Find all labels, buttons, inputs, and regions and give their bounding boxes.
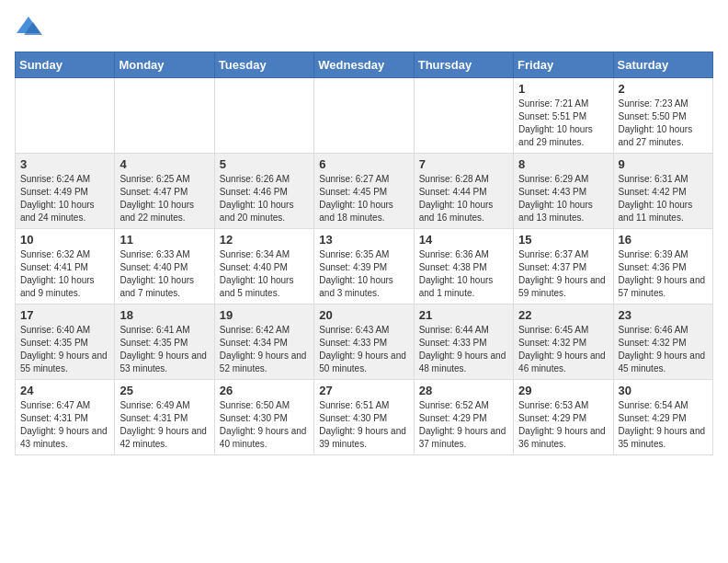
calendar-week-row: 3Sunrise: 6:24 AM Sunset: 4:49 PM Daylig… bbox=[16, 154, 713, 229]
day-info: Sunrise: 6:41 AM Sunset: 4:35 PM Dayligh… bbox=[119, 324, 209, 375]
weekday-header: Thursday bbox=[414, 52, 513, 78]
day-info: Sunrise: 6:44 AM Sunset: 4:33 PM Dayligh… bbox=[419, 324, 508, 375]
calendar-cell: 20Sunrise: 6:43 AM Sunset: 4:33 PM Dayli… bbox=[314, 304, 414, 380]
calendar-cell bbox=[314, 78, 414, 154]
calendar-header-row: SundayMondayTuesdayWednesdayThursdayFrid… bbox=[16, 52, 713, 78]
day-info: Sunrise: 6:50 AM Sunset: 4:30 PM Dayligh… bbox=[220, 399, 309, 451]
day-info: Sunrise: 6:53 AM Sunset: 4:29 PM Dayligh… bbox=[518, 399, 608, 451]
day-number: 11 bbox=[119, 233, 209, 247]
day-number: 5 bbox=[220, 157, 309, 171]
day-info: Sunrise: 7:21 AM Sunset: 5:51 PM Dayligh… bbox=[518, 98, 608, 149]
day-number: 10 bbox=[20, 233, 109, 247]
logo bbox=[15, 15, 46, 42]
day-number: 14 bbox=[419, 233, 508, 247]
day-number: 30 bbox=[619, 384, 708, 397]
calendar-cell: 27Sunrise: 6:51 AM Sunset: 4:30 PM Dayli… bbox=[314, 380, 414, 455]
day-number: 15 bbox=[518, 233, 608, 247]
weekday-header: Tuesday bbox=[214, 52, 313, 78]
day-info: Sunrise: 6:51 AM Sunset: 4:30 PM Dayligh… bbox=[319, 399, 408, 451]
calendar-week-row: 24Sunrise: 6:47 AM Sunset: 4:31 PM Dayli… bbox=[16, 380, 713, 455]
calendar: SundayMondayTuesdayWednesdayThursdayFrid… bbox=[15, 52, 713, 455]
calendar-cell: 11Sunrise: 6:33 AM Sunset: 4:40 PM Dayli… bbox=[115, 229, 214, 304]
calendar-cell: 25Sunrise: 6:49 AM Sunset: 4:31 PM Dayli… bbox=[115, 380, 214, 455]
calendar-cell: 4Sunrise: 6:25 AM Sunset: 4:47 PM Daylig… bbox=[115, 154, 214, 229]
calendar-cell: 30Sunrise: 6:54 AM Sunset: 4:29 PM Dayli… bbox=[613, 380, 712, 455]
calendar-week-row: 17Sunrise: 6:40 AM Sunset: 4:35 PM Dayli… bbox=[16, 304, 713, 380]
calendar-cell: 1Sunrise: 7:21 AM Sunset: 5:51 PM Daylig… bbox=[514, 78, 613, 154]
calendar-cell: 29Sunrise: 6:53 AM Sunset: 4:29 PM Dayli… bbox=[514, 380, 613, 455]
day-number: 6 bbox=[319, 157, 408, 171]
day-number: 1 bbox=[518, 82, 608, 96]
calendar-cell: 12Sunrise: 6:34 AM Sunset: 4:40 PM Dayli… bbox=[214, 229, 313, 304]
calendar-cell: 6Sunrise: 6:27 AM Sunset: 4:45 PM Daylig… bbox=[314, 154, 414, 229]
day-number: 23 bbox=[619, 308, 708, 322]
calendar-week-row: 1Sunrise: 7:21 AM Sunset: 5:51 PM Daylig… bbox=[16, 78, 713, 154]
calendar-cell: 15Sunrise: 6:37 AM Sunset: 4:37 PM Dayli… bbox=[514, 229, 613, 304]
calendar-cell: 14Sunrise: 6:36 AM Sunset: 4:38 PM Dayli… bbox=[414, 229, 513, 304]
weekday-header: Sunday bbox=[16, 52, 115, 78]
day-number: 4 bbox=[119, 157, 209, 171]
day-info: Sunrise: 6:31 AM Sunset: 4:42 PM Dayligh… bbox=[619, 173, 708, 224]
day-number: 3 bbox=[20, 157, 109, 171]
weekday-header: Wednesday bbox=[314, 52, 414, 78]
day-info: Sunrise: 6:39 AM Sunset: 4:36 PM Dayligh… bbox=[619, 248, 708, 300]
calendar-cell bbox=[16, 78, 115, 154]
calendar-cell: 3Sunrise: 6:24 AM Sunset: 4:49 PM Daylig… bbox=[16, 154, 115, 229]
calendar-cell: 9Sunrise: 6:31 AM Sunset: 4:42 PM Daylig… bbox=[613, 154, 712, 229]
day-info: Sunrise: 6:35 AM Sunset: 4:39 PM Dayligh… bbox=[319, 248, 408, 300]
calendar-cell: 24Sunrise: 6:47 AM Sunset: 4:31 PM Dayli… bbox=[16, 380, 115, 455]
day-info: Sunrise: 6:54 AM Sunset: 4:29 PM Dayligh… bbox=[619, 399, 708, 451]
calendar-cell bbox=[414, 78, 513, 154]
day-number: 12 bbox=[220, 233, 309, 247]
calendar-cell: 28Sunrise: 6:52 AM Sunset: 4:29 PM Dayli… bbox=[414, 380, 513, 455]
calendar-cell: 10Sunrise: 6:32 AM Sunset: 4:41 PM Dayli… bbox=[16, 229, 115, 304]
day-number: 9 bbox=[619, 157, 708, 171]
calendar-cell: 19Sunrise: 6:42 AM Sunset: 4:34 PM Dayli… bbox=[214, 304, 313, 380]
day-number: 22 bbox=[518, 308, 608, 322]
day-number: 29 bbox=[518, 384, 608, 397]
day-info: Sunrise: 6:33 AM Sunset: 4:40 PM Dayligh… bbox=[119, 248, 209, 300]
calendar-cell bbox=[214, 78, 313, 154]
day-info: Sunrise: 6:27 AM Sunset: 4:45 PM Dayligh… bbox=[319, 173, 408, 224]
day-number: 26 bbox=[220, 384, 309, 397]
day-info: Sunrise: 6:26 AM Sunset: 4:46 PM Dayligh… bbox=[220, 173, 309, 224]
day-info: Sunrise: 6:49 AM Sunset: 4:31 PM Dayligh… bbox=[119, 399, 209, 451]
day-info: Sunrise: 6:36 AM Sunset: 4:38 PM Dayligh… bbox=[419, 248, 508, 300]
day-number: 20 bbox=[319, 308, 408, 322]
day-info: Sunrise: 6:29 AM Sunset: 4:43 PM Dayligh… bbox=[518, 173, 608, 224]
day-info: Sunrise: 6:32 AM Sunset: 4:41 PM Dayligh… bbox=[20, 248, 109, 300]
day-info: Sunrise: 6:52 AM Sunset: 4:29 PM Dayligh… bbox=[419, 399, 508, 451]
calendar-cell: 23Sunrise: 6:46 AM Sunset: 4:32 PM Dayli… bbox=[613, 304, 712, 380]
day-number: 13 bbox=[319, 233, 408, 247]
day-info: Sunrise: 6:47 AM Sunset: 4:31 PM Dayligh… bbox=[20, 399, 109, 451]
day-number: 28 bbox=[419, 384, 508, 397]
day-info: Sunrise: 6:46 AM Sunset: 4:32 PM Dayligh… bbox=[619, 324, 708, 375]
day-info: Sunrise: 6:28 AM Sunset: 4:44 PM Dayligh… bbox=[419, 173, 508, 224]
calendar-cell: 21Sunrise: 6:44 AM Sunset: 4:33 PM Dayli… bbox=[414, 304, 513, 380]
day-info: Sunrise: 6:45 AM Sunset: 4:32 PM Dayligh… bbox=[518, 324, 608, 375]
day-info: Sunrise: 6:42 AM Sunset: 4:34 PM Dayligh… bbox=[220, 324, 309, 375]
calendar-cell: 22Sunrise: 6:45 AM Sunset: 4:32 PM Dayli… bbox=[514, 304, 613, 380]
day-number: 18 bbox=[119, 308, 209, 322]
logo-icon bbox=[15, 15, 42, 42]
calendar-cell: 17Sunrise: 6:40 AM Sunset: 4:35 PM Dayli… bbox=[16, 304, 115, 380]
calendar-cell: 18Sunrise: 6:41 AM Sunset: 4:35 PM Dayli… bbox=[115, 304, 214, 380]
header bbox=[15, 15, 713, 42]
day-number: 8 bbox=[518, 157, 608, 171]
day-info: Sunrise: 6:43 AM Sunset: 4:33 PM Dayligh… bbox=[319, 324, 408, 375]
day-number: 27 bbox=[319, 384, 408, 397]
weekday-header: Saturday bbox=[613, 52, 712, 78]
calendar-cell: 2Sunrise: 7:23 AM Sunset: 5:50 PM Daylig… bbox=[613, 78, 712, 154]
calendar-cell bbox=[115, 78, 214, 154]
day-info: Sunrise: 6:25 AM Sunset: 4:47 PM Dayligh… bbox=[119, 173, 209, 224]
day-info: Sunrise: 7:23 AM Sunset: 5:50 PM Dayligh… bbox=[619, 98, 708, 149]
day-info: Sunrise: 6:37 AM Sunset: 4:37 PM Dayligh… bbox=[518, 248, 608, 300]
day-info: Sunrise: 6:40 AM Sunset: 4:35 PM Dayligh… bbox=[20, 324, 109, 375]
day-info: Sunrise: 6:34 AM Sunset: 4:40 PM Dayligh… bbox=[220, 248, 309, 300]
calendar-cell: 16Sunrise: 6:39 AM Sunset: 4:36 PM Dayli… bbox=[613, 229, 712, 304]
weekday-header: Friday bbox=[514, 52, 613, 78]
day-number: 16 bbox=[619, 233, 708, 247]
day-number: 24 bbox=[20, 384, 109, 397]
day-info: Sunrise: 6:24 AM Sunset: 4:49 PM Dayligh… bbox=[20, 173, 109, 224]
calendar-cell: 8Sunrise: 6:29 AM Sunset: 4:43 PM Daylig… bbox=[514, 154, 613, 229]
